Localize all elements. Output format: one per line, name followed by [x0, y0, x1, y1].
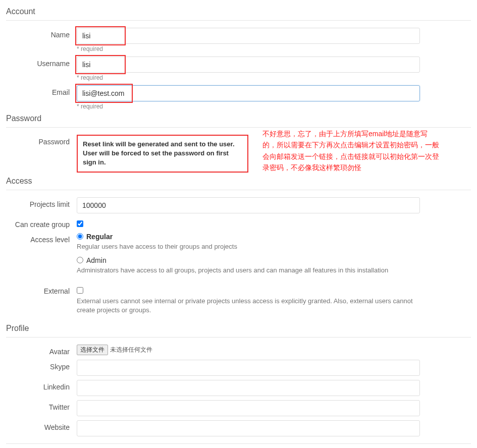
admin-radio[interactable]	[77, 257, 83, 263]
section-access: Access	[6, 177, 471, 190]
row-name: Name * required	[6, 28, 471, 52]
twitter-label: Twitter	[6, 400, 77, 411]
twitter-input[interactable]	[77, 400, 420, 416]
external-desc: External users cannot see internal or pr…	[77, 297, 420, 315]
regular-desc: Regular users have access to their group…	[77, 242, 420, 251]
skype-label: Skype	[6, 360, 77, 371]
linkedin-label: Linkedin	[6, 380, 77, 391]
password-line1: Reset link will be generated and sent to…	[83, 140, 242, 149]
external-checkbox[interactable]	[77, 287, 83, 294]
name-input[interactable]	[77, 28, 420, 44]
access-level-label: Access level	[6, 233, 77, 244]
name-helper: * required	[77, 45, 420, 52]
row-website: Website	[6, 420, 471, 436]
row-external: External External users cannot see inter…	[6, 284, 471, 320]
email-helper: * required	[77, 103, 420, 110]
username-input[interactable]	[77, 57, 420, 73]
external-label: External	[6, 284, 77, 295]
section-account: Account	[6, 7, 471, 21]
username-label: Username	[6, 57, 77, 68]
annotation-note: 不好意思，忘了，由于上方所填写email地址是随意写的，所以需要在下方再次点击编…	[262, 128, 439, 174]
password-info-box: Reset link will be generated and sent to…	[77, 135, 248, 173]
avatar-file-button[interactable]: 选择文件	[77, 345, 108, 355]
section-profile: Profile	[6, 324, 471, 338]
admin-desc: Administrators have access to all groups…	[77, 266, 420, 275]
row-can-create-group: Can create group	[6, 217, 471, 229]
row-email: Email * required	[6, 85, 471, 110]
avatar-label: Avatar	[6, 345, 77, 356]
page-container: Account Name * required Username * requi…	[0, 0, 477, 448]
regular-radio[interactable]	[77, 233, 83, 240]
row-access-level: Access level Regular Regular users have …	[6, 233, 471, 280]
row-projects-limit: Projects limit	[6, 197, 471, 213]
username-helper: * required	[77, 74, 420, 81]
regular-label[interactable]: Regular	[86, 233, 113, 241]
section-password: Password	[6, 114, 471, 128]
footer: Create user Cancel	[6, 443, 471, 448]
row-username: Username * required	[6, 57, 471, 81]
row-linkedin: Linkedin	[6, 380, 471, 396]
website-input[interactable]	[77, 420, 420, 436]
email-label: Email	[6, 85, 77, 96]
website-label: Website	[6, 420, 77, 431]
password-label: Password	[6, 135, 77, 146]
password-line2: User will be forced to set the password …	[83, 149, 242, 167]
name-label: Name	[6, 28, 77, 39]
row-skype: Skype	[6, 360, 471, 376]
avatar-nofile-text: 未选择任何文件	[110, 346, 152, 353]
email-input[interactable]	[77, 85, 420, 101]
row-twitter: Twitter	[6, 400, 471, 416]
linkedin-input[interactable]	[77, 380, 420, 396]
skype-input[interactable]	[77, 360, 420, 376]
can-create-group-label: Can create group	[6, 217, 77, 229]
projects-limit-input[interactable]	[77, 197, 420, 213]
projects-limit-label: Projects limit	[6, 197, 77, 208]
can-create-group-checkbox[interactable]	[77, 220, 83, 227]
admin-label[interactable]: Admin	[86, 256, 107, 264]
row-avatar: Avatar 选择文件未选择任何文件	[6, 345, 471, 356]
